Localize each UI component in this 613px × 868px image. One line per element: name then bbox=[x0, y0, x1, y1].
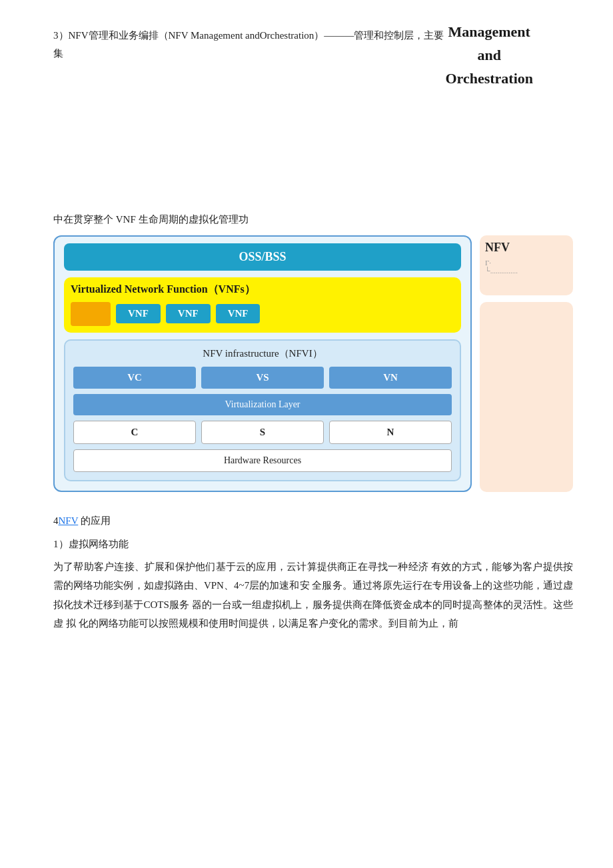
oss-bss-block: OSS/BSS bbox=[64, 243, 461, 271]
vnf-tag-1: VNF bbox=[116, 304, 161, 323]
csn-row: C S N bbox=[73, 421, 452, 444]
vnfs-row: VNF VNF VNF bbox=[71, 302, 454, 326]
management-orchestration-title: Management and Orchestration bbox=[445, 20, 533, 91]
section4-heading-suffix: 的应用 bbox=[78, 515, 111, 526]
section4-nfv-link[interactable]: NFV bbox=[59, 515, 79, 526]
virtualization-layer: Virtualization Layer bbox=[73, 394, 452, 415]
nfv-right-lines: Γ· └............... bbox=[480, 255, 573, 279]
vnf-tag-3: VNF bbox=[216, 304, 261, 323]
nfv-right-top: NFV Γ· └............... bbox=[480, 235, 573, 295]
s-tag: S bbox=[201, 421, 324, 444]
vnf-tag-2: VNF bbox=[166, 304, 211, 323]
nfv-right-bottom bbox=[480, 302, 573, 492]
section4-sub1-heading: 1）虚拟网络功能 bbox=[53, 535, 573, 553]
nfv-right-label: NFV bbox=[480, 235, 573, 255]
n-tag: N bbox=[329, 421, 452, 444]
hardware-resources: Hardware Resources bbox=[73, 449, 452, 472]
vnfs-title: Virtualized Network Function（VNFs） bbox=[71, 283, 454, 297]
vc-tag: VC bbox=[73, 367, 196, 389]
vc-vs-vn-row: VC VS VN bbox=[73, 367, 452, 389]
c-tag: C bbox=[73, 421, 196, 444]
diagram-right-panel: NFV Γ· └............... bbox=[480, 235, 573, 492]
vn-tag: VN bbox=[329, 367, 452, 389]
vnf-lifecycle-text: 中在贯穿整个 VNF 生命周期的虚拟化管理功 bbox=[53, 211, 573, 229]
section4-number: 4 bbox=[53, 515, 59, 526]
nfv-architecture-diagram: OSS/BSS Virtualized Network Function（VNF… bbox=[53, 235, 573, 492]
vs-tag: VS bbox=[201, 367, 324, 389]
page-content: Management and Orchestration 3）NFV管理和业务编… bbox=[53, 27, 573, 633]
section4-body1: 为了帮助客户连接、扩展和保护他们基于云的应用，云计算提供商正在寻找一种经济 有效… bbox=[53, 557, 573, 633]
nfvi-title: NFV infrastructure（NFVI） bbox=[73, 347, 452, 360]
vnf-empty-block bbox=[71, 302, 111, 326]
diagram-main-panel: OSS/BSS Virtualized Network Function（VNF… bbox=[53, 235, 472, 492]
section4-heading: 4NFV 的应用 bbox=[53, 512, 573, 530]
nfvi-box: NFV infrastructure（NFVI） VC VS VN Virtua… bbox=[64, 339, 461, 481]
vnfs-box: Virtualized Network Function（VNFs） VNF V… bbox=[64, 277, 461, 333]
